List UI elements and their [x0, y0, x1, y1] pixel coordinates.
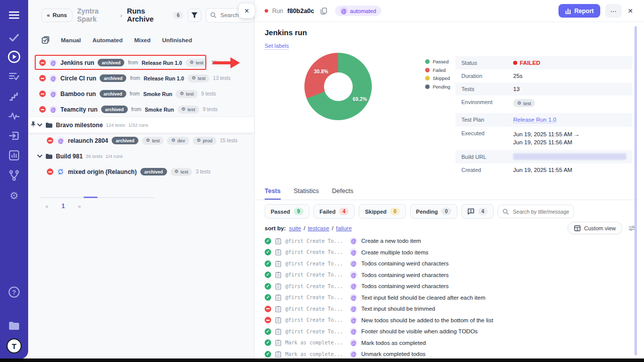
tab-automated[interactable]: Automated — [93, 37, 123, 43]
tab-tests[interactable]: Tests — [265, 188, 281, 200]
filter-button[interactable] — [188, 9, 201, 22]
sort-by-testcase[interactable]: testcase — [308, 225, 330, 231]
automated-run-icon: @ — [57, 137, 64, 144]
test-row[interactable]: @first Create To... @ Footer should be v… — [265, 326, 638, 337]
custom-view-button[interactable]: Custom view — [568, 222, 622, 234]
tasks-check-icon[interactable] — [0, 32, 28, 43]
test-plan-link[interactable]: Release Run 1.0 — [513, 117, 556, 123]
test-title[interactable]: Create multiple todo items — [361, 249, 429, 255]
funnel-icon — [191, 12, 198, 19]
test-row[interactable]: @first Create To... @ Text input should … — [265, 303, 638, 315]
milestone-build-981[interactable]: Build 981 36 tests 1/4 runs — [28, 148, 254, 164]
report-button[interactable]: Report — [558, 4, 600, 18]
projects-folder-icon[interactable] — [0, 320, 28, 332]
archived-badge: archived — [101, 106, 128, 113]
test-row[interactable]: @first Create To... @ Create multiple to… — [265, 247, 638, 258]
tab-unfinished[interactable]: Unfinished — [162, 37, 192, 43]
chevron-down-icon[interactable] — [37, 154, 42, 158]
more-options-button[interactable]: ⋯ — [605, 4, 622, 18]
list-check-icon[interactable] — [0, 71, 28, 81]
vertical-scrollbar[interactable] — [634, 26, 637, 355]
run-name: Jenkins run — [60, 59, 94, 66]
test-title[interactable]: Unmark completed todos — [361, 351, 426, 357]
test-title[interactable]: New todos should be added to the bottom … — [361, 317, 493, 323]
pagination-prev[interactable]: « — [45, 203, 48, 209]
svg-text:?: ? — [12, 289, 16, 296]
clipboard-icon — [275, 249, 281, 255]
filter-failed-chip[interactable]: Failed 4 — [313, 204, 355, 219]
test-row[interactable]: @first Create To... @ Text input field s… — [265, 292, 638, 304]
tab-defects[interactable]: Defects — [332, 188, 353, 200]
test-title[interactable]: Footer should be visible when adding TOD… — [361, 328, 478, 334]
archived-badge: archived — [98, 59, 124, 66]
run-item-jenkins[interactable]: @ Jenkins run archived from Release Run … — [28, 55, 254, 70]
run-item-relaunch-2804[interactable]: @ relaunch 2804 archived ⚙test ⚙dev ⚙pro… — [28, 133, 254, 148]
analytics-icon[interactable] — [0, 149, 28, 161]
gear-icon: ⚙ — [197, 138, 201, 143]
test-suite-name: @first Create To... — [285, 261, 346, 266]
sort-by-suite[interactable]: suite — [289, 225, 301, 231]
failed-status-icon — [265, 317, 271, 323]
tab-mixed[interactable]: Mixed — [134, 37, 151, 43]
test-suite-name: @first Create To... — [285, 317, 346, 323]
automated-test-icon: @ — [350, 283, 357, 290]
settings-gear-icon[interactable]: ⚙ — [0, 190, 28, 202]
pulse-icon[interactable] — [0, 111, 28, 121]
test-title[interactable]: Text input should be trimmed — [361, 306, 435, 312]
run-item-mixed-origin[interactable]: mixed origin (Relaunch) archived ⚙test 3… — [28, 164, 254, 179]
test-title[interactable]: Mark todos as completed — [361, 340, 426, 346]
set-labels-link[interactable]: Set labels — [265, 43, 289, 50]
test-title[interactable]: Text input field should be cleared after… — [361, 295, 486, 301]
test-row[interactable]: @first Create To... @ Todos containing w… — [265, 258, 638, 269]
tab-manual[interactable]: Manual — [61, 37, 81, 43]
back-to-runs-button[interactable]: « Runs — [41, 9, 72, 22]
account-avatar[interactable]: T — [0, 338, 28, 353]
test-row[interactable]: Mark as complete... @ Mark todos as comp… — [265, 337, 638, 349]
select-all-icon[interactable] — [42, 36, 49, 44]
test-title[interactable]: Todos containing weird characters — [361, 272, 449, 278]
run-item-bamboo[interactable]: @ Bamboo run archived from Smoke Run ⚙te… — [28, 86, 254, 102]
run-item-circle-ci[interactable]: @ Circle CI run archived from Release Ru… — [28, 70, 254, 86]
test-row[interactable]: @first Create To... @ Todos containing w… — [265, 269, 638, 281]
filter-skipped-chip[interactable]: Skipped 0 — [359, 204, 406, 219]
help-icon[interactable]: ? — [0, 286, 28, 299]
archived-badge: archived — [100, 74, 126, 82]
test-row[interactable]: @first Create To... @ Create a new todo … — [265, 235, 638, 247]
test-suite-name: @first Create To... — [285, 249, 346, 255]
test-title[interactable]: Todos containing weird characters — [361, 260, 449, 266]
branches-icon[interactable] — [0, 169, 28, 182]
detail-tabs: Tests Statistics Defects — [255, 188, 639, 200]
menu-icon[interactable] — [0, 9, 28, 21]
copy-icon[interactable] — [319, 7, 328, 16]
test-suite-name: Mark as complete... — [285, 351, 346, 357]
milestone-bravo[interactable]: Bravo milestone 124 tests 1/32 runs — [28, 117, 254, 133]
filter-pending-chip[interactable]: Pending 0 — [410, 204, 457, 219]
import-icon[interactable] — [0, 130, 28, 142]
filter-passed-chip[interactable]: Passed 9 — [265, 204, 309, 219]
tests-search-box[interactable] — [498, 205, 574, 218]
sort-separator: / — [303, 225, 305, 231]
tests-search-input[interactable] — [512, 208, 574, 215]
test-row[interactable]: @first Create To... @ Todos containing w… — [265, 281, 638, 292]
failed-status-icon — [265, 306, 271, 312]
tab-statistics[interactable]: Statistics — [294, 188, 319, 200]
run-item-teamcity[interactable]: @ Teamcity run archived from Smoke Run ⚙… — [28, 102, 254, 117]
build-url-redacted[interactable] — [513, 153, 626, 160]
chevron-down-icon[interactable] — [37, 123, 42, 127]
pagination-next[interactable]: » — [78, 203, 81, 209]
test-title[interactable]: Create a new todo item — [361, 238, 421, 244]
table-view-icon — [574, 225, 581, 231]
run-id: f80b2a0c — [287, 8, 314, 15]
sort-by-failure[interactable]: failure — [336, 225, 352, 231]
test-title[interactable]: Todos containing weird characters — [361, 283, 449, 289]
detail-close-icon[interactable]: × — [627, 6, 634, 16]
run-type-tabs: Manual Automated Mixed Unfinished — [42, 36, 192, 44]
breadcrumb-project[interactable]: Zyntra Spark — [77, 7, 116, 23]
steps-icon[interactable] — [0, 92, 28, 102]
test-row[interactable]: @first Create To... @ New todos should b… — [265, 315, 638, 326]
panel-close-button[interactable]: × — [239, 4, 255, 18]
archived-badge: archived — [100, 90, 126, 98]
runs-play-icon[interactable] — [0, 50, 28, 63]
pagination-page-1[interactable]: 1 — [61, 203, 65, 210]
filter-comments-chip[interactable]: 4 — [461, 204, 494, 219]
